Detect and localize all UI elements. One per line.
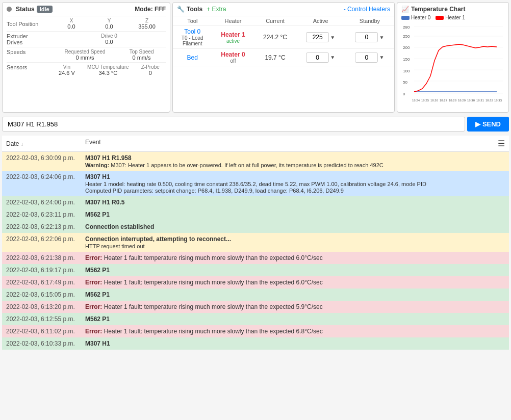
log-event-cell: Error: Heater 1 fault: temperature risin… <box>81 325 509 337</box>
standby-temp-cell: ▼ <box>345 49 394 66</box>
event-main-text: Heater 1 fault: temperature rising much … <box>104 303 323 310</box>
sort-icon[interactable]: ↓ <box>21 141 23 147</box>
col-standby-header: Standby <box>345 16 394 26</box>
event-main-bold: M307 H1 R1.958 <box>85 154 505 162</box>
log-menu-icon[interactable]: ☰ <box>498 139 505 148</box>
event-main-text: Heater 1 fault: temperature rising much … <box>104 254 323 261</box>
event-sub: Computed PID parameters: setpoint change… <box>85 188 505 194</box>
chart-panel: 📈 Temperature Chart Heater 0 Heater 1 28… <box>397 2 509 113</box>
active-temp-input[interactable] <box>306 32 329 42</box>
log-event-cell: M562 P1 <box>81 313 509 325</box>
status-dot-icon <box>7 7 12 12</box>
log-date-cell: 2022-02-03, 6:17:49 p.m. <box>2 276 81 288</box>
event-main-bold: M562 P1 <box>85 211 110 218</box>
wrench-icon: 🔧 <box>177 6 185 13</box>
log-table-header: Date ↓ Event ☰ <box>2 136 509 152</box>
log-date-cell: 2022-02-03, 6:13:20 p.m. <box>2 301 81 313</box>
col-active-header: Active <box>296 16 345 26</box>
heater-cell: Heater 1 active <box>212 26 254 49</box>
log-event-cell: M307 H1 R0.5 <box>81 196 509 208</box>
standby-temp-input[interactable] <box>355 52 378 63</box>
extra-link[interactable]: + Extra <box>207 6 226 13</box>
log-date-cell: 2022-02-03, 6:23:11 p.m. <box>2 208 81 221</box>
svg-text:18:33: 18:33 <box>494 99 502 102</box>
top-speed-col: Top Speed 0 mm/s <box>130 49 154 61</box>
log-row: 2022-02-03, 6:22:06 p.m. Connection inte… <box>2 233 509 252</box>
svg-text:100: 100 <box>403 69 410 73</box>
current-temp-val: 224.2 °C <box>263 34 287 41</box>
sensors-values: Vin 24.6 V MCU Temperature 34.3 °C Z-Pro… <box>53 64 166 76</box>
log-row: 2022-02-03, 6:23:11 p.m. M562 P1 <box>2 208 509 221</box>
log-row: 2022-02-03, 6:13:20 p.m. Error: Heater 1… <box>2 301 509 313</box>
active-temp-input[interactable] <box>306 52 329 63</box>
heater-status: off <box>215 58 251 64</box>
tools-header: 🔧 Tools + Extra - Control Heaters <box>173 3 394 16</box>
probe-label: Z-Probe <box>141 64 160 70</box>
svg-text:18:29: 18:29 <box>458 99 466 102</box>
standby-dropdown-arrow[interactable]: ▼ <box>379 55 384 60</box>
svg-text:18:24: 18:24 <box>412 99 420 102</box>
log-event-cell: M307 H1 <box>81 337 509 350</box>
send-label: SEND <box>482 120 501 128</box>
log-table: Date ↓ Event ☰ 2022-02-03, 6:30:09 p.m. … <box>2 136 509 350</box>
tool-position-values: X 0.0 Y 0.0 Z 355.00 <box>53 18 166 30</box>
event-main-bold: Connection interrupted, attempting to re… <box>85 235 231 243</box>
active-dropdown-arrow[interactable]: ▼ <box>330 55 335 60</box>
axis-z-col: Z 355.00 <box>134 18 160 30</box>
extruder-row: Extruder Drives Drive 0 0.0 <box>7 31 166 47</box>
tools-row: Tool 0 T0 - LoadFilament Heater 1 active… <box>173 26 394 49</box>
active-dropdown-arrow[interactable]: ▼ <box>330 35 335 40</box>
drive-val: 0.0 <box>53 39 166 45</box>
event-main-bold: M307 H1 <box>85 173 110 180</box>
heater-name: Heater 0 <box>215 51 251 58</box>
status-badge: Idle <box>37 6 53 13</box>
log-date-cell: 2022-02-03, 6:22:13 p.m. <box>2 221 81 233</box>
status-panel: Status Idle Mode: FFF Tool Position X 0.… <box>2 2 170 113</box>
control-heaters-link[interactable]: - Control Heaters <box>344 6 390 13</box>
tool-link[interactable]: Bed <box>187 54 198 61</box>
command-input[interactable] <box>2 117 465 132</box>
top-speed-val: 0 mm/s <box>130 55 154 61</box>
probe-col: Z-Probe 0 <box>141 64 160 76</box>
svg-text:18:26: 18:26 <box>430 99 439 102</box>
chart-legend: Heater 0 Heater 1 <box>401 15 504 20</box>
send-button[interactable]: ▶ SEND <box>467 117 509 132</box>
col-tool-header: Tool <box>173 16 212 26</box>
status-header: Status Idle Mode: FFF <box>7 6 166 13</box>
log-row: 2022-02-03, 6:21:38 p.m. Error: Heater 1… <box>2 252 509 264</box>
log-event-cell: M562 P1 <box>81 208 509 221</box>
event-main-bold: Connection established <box>85 223 154 230</box>
vin-val: 24.6 V <box>59 70 75 76</box>
log-row: 2022-02-03, 6:30:09 p.m. M307 H1 R1.958W… <box>2 152 509 171</box>
log-date-cell: 2022-02-03, 6:24:00 p.m. <box>2 196 81 208</box>
log-row: 2022-02-03, 6:22:13 p.m. Connection esta… <box>2 221 509 233</box>
sensors-row: Sensors Vin 24.6 V MCU Temperature 34.3 … <box>7 62 166 77</box>
svg-text:18:30: 18:30 <box>467 99 475 102</box>
mcu-col: MCU Temperature 34.3 °C <box>87 64 129 76</box>
axis-y-val: 0.0 <box>96 23 122 30</box>
mode-text: Mode: FFF <box>135 6 166 13</box>
tool-name-cell: Tool 0 T0 - LoadFilament <box>173 26 212 49</box>
mcu-val: 34.3 °C <box>87 70 129 76</box>
speeds-row: Speeds Requested Speed 0 mm/s Top Speed … <box>7 47 166 62</box>
col-current-header: Current <box>254 16 296 26</box>
svg-text:0: 0 <box>403 92 405 96</box>
log-event-cell: M307 H1Heater 1 model: heating rate 0.50… <box>81 171 509 196</box>
log-row: 2022-02-03, 6:24:00 p.m. M307 H1 R0.5 <box>2 196 509 208</box>
standby-dropdown-arrow[interactable]: ▼ <box>379 35 384 40</box>
tool-link[interactable]: Tool 0 <box>184 28 200 35</box>
log-date-cell: 2022-02-03, 6:22:06 p.m. <box>2 233 81 252</box>
log-event-cell: Error: Heater 1 fault: temperature risin… <box>81 252 509 264</box>
log-event-cell: Connection interrupted, attempting to re… <box>81 233 509 252</box>
req-speed-col: Requested Speed 0 mm/s <box>65 49 106 61</box>
current-temp-val: 19.7 °C <box>265 54 285 61</box>
send-icon: ▶ <box>475 120 480 128</box>
axis-x-val: 0.0 <box>59 23 84 30</box>
log-row: 2022-02-03, 6:17:49 p.m. Error: Heater 1… <box>2 276 509 288</box>
svg-text:250: 250 <box>403 34 410 39</box>
heater1-label: Heater 1 <box>445 15 465 20</box>
active-temp-cell: ▼ <box>296 49 345 66</box>
svg-text:18:27: 18:27 <box>440 99 448 102</box>
standby-temp-input[interactable] <box>355 32 378 42</box>
log-date-cell: 2022-02-03, 6:10:33 p.m. <box>2 337 81 350</box>
